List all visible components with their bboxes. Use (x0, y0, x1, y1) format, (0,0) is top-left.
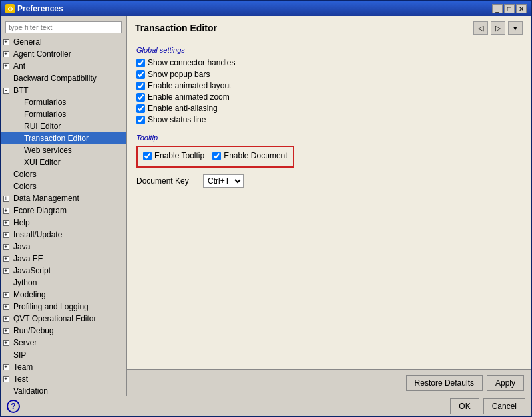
sidebar-item-label: QVT Operational Editor (12, 314, 97, 323)
sidebar-item-validation[interactable]: Validation (1, 385, 126, 396)
minimize-button[interactable]: _ (492, 4, 503, 13)
forward-button[interactable]: ▷ (491, 21, 505, 35)
checkbox-show-popup: Show popup bars (136, 70, 521, 79)
sidebar-item-run-debug[interactable]: + Run/Debug (1, 325, 126, 337)
sidebar-item-server[interactable]: + Server (1, 337, 126, 349)
sidebar-item-label: JavaScript (12, 266, 51, 275)
sidebar-item-java-ee[interactable]: + Java EE (1, 253, 126, 265)
close-button[interactable]: ✕ (516, 4, 527, 13)
sidebar-item-btt[interactable]: - BTT (1, 84, 126, 96)
filter-input[interactable] (5, 21, 122, 33)
expand-spacer (12, 121, 23, 132)
sidebar-item-label: Ecore Diagram (12, 206, 67, 215)
show-popup-checkbox[interactable] (136, 70, 145, 79)
sidebar-item-modeling[interactable]: + Modeling (1, 289, 126, 301)
ok-button[interactable]: OK (450, 398, 479, 414)
tooltip-section-label: Tooltip (136, 134, 521, 142)
main-content: + General + Agent Controller + Ant Backw… (1, 16, 531, 396)
enable-animated-layout-label: Enable animated layout (148, 81, 231, 90)
sidebar-item-qvt-operational[interactable]: + QVT Operational Editor (1, 313, 126, 325)
sidebar-item-label: Transaction Editor (23, 134, 89, 143)
sidebar-item-label: Help (12, 218, 30, 227)
status-bar: ? OK Cancel (1, 396, 531, 416)
window-icon: ⚙ (5, 4, 15, 13)
sidebar-item-label: Modeling (12, 290, 46, 299)
expand-spacer (12, 97, 23, 108)
checkbox-show-connector: Show connector handles (136, 58, 521, 67)
expand-icon: + (1, 37, 12, 47)
show-popup-label: Show popup bars (148, 70, 210, 79)
enable-tooltip-checkbox[interactable] (143, 152, 152, 160)
global-settings-label: Global settings (136, 46, 521, 54)
sidebar-item-ecore-diagram[interactable]: + Ecore Diagram (1, 204, 126, 217)
sidebar-item-label: Run/Debug (12, 326, 54, 335)
sidebar-item-web-services[interactable]: Web services (1, 144, 126, 156)
sidebar-item-jython[interactable]: Jython (1, 277, 126, 289)
sidebar-item-team[interactable]: + Team (1, 361, 126, 373)
sidebar-item-javascript[interactable]: + JavaScript (1, 265, 126, 277)
restore-defaults-button[interactable]: Restore Defaults (406, 375, 483, 391)
help-button[interactable]: ? (7, 400, 20, 413)
sidebar-item-label: Data Management (12, 194, 79, 203)
show-status-checkbox[interactable] (136, 116, 145, 124)
sidebar-item-sip[interactable]: SIP (1, 349, 126, 361)
expand-icon: + (1, 325, 12, 336)
ok-cancel-buttons: OK Cancel (450, 398, 525, 414)
sidebar-item-label: Ant (12, 61, 25, 71)
sidebar-item-formularios-1[interactable]: Formularios (1, 96, 126, 108)
sidebar-item-label: Server (12, 338, 37, 348)
sidebar-item-formularios-2[interactable]: Formularios (1, 108, 126, 120)
panel-title: Transaction Editor (135, 23, 217, 33)
sidebar-item-test[interactable]: + Test (1, 373, 126, 385)
window-controls: _ □ ✕ (492, 4, 527, 13)
menu-button[interactable]: ▾ (508, 21, 523, 35)
expand-icon: + (1, 49, 12, 59)
tooltip-inner-box: Enable Tooltip Enable Document (136, 146, 294, 168)
apply-button[interactable]: Apply (487, 375, 524, 391)
sidebar-item-transaction-editor[interactable]: Transaction Editor (1, 132, 126, 144)
checkbox-show-status: Show status line (136, 115, 521, 124)
enable-anti-aliasing-label: Enable anti-aliasing (148, 104, 218, 113)
maximize-button[interactable]: □ (504, 4, 515, 13)
sidebar-item-data-management[interactable]: + Data Management (1, 192, 126, 204)
expand-icon: + (1, 374, 12, 384)
expand-icon: + (1, 241, 12, 252)
sidebar-item-general[interactable]: + General (1, 36, 126, 48)
sidebar-item-label: Validation (12, 386, 48, 396)
expand-spacer (12, 145, 23, 156)
sidebar-item-colors-2[interactable]: Colors (1, 180, 126, 192)
back-button[interactable]: ◁ (473, 21, 488, 35)
sidebar-item-rui-editor[interactable]: RUI Editor (1, 120, 126, 132)
sidebar-item-help[interactable]: + Help (1, 217, 126, 229)
enable-anti-aliasing-checkbox[interactable] (136, 104, 145, 113)
checkbox-enable-animated-zoom: Enable animated zoom (136, 92, 521, 102)
right-panel: Transaction Editor ◁ ▷ ▾ Global settings… (127, 16, 531, 396)
sidebar-item-agent-controller[interactable]: + Agent Controller (1, 48, 126, 60)
sidebar-item-ant[interactable]: + Ant (1, 60, 126, 72)
sidebar-item-label: Team (12, 362, 33, 372)
show-connector-checkbox[interactable] (136, 59, 145, 67)
sidebar-item-label: Jython (12, 278, 37, 287)
sidebar-item-label: General (12, 37, 42, 47)
sidebar-item-xui-editor[interactable]: XUI Editor (1, 156, 126, 168)
enable-animated-layout-checkbox[interactable] (136, 82, 145, 90)
expand-icon: + (1, 253, 12, 264)
sidebar-item-java[interactable]: + Java (1, 241, 126, 253)
enable-animated-zoom-checkbox[interactable] (136, 93, 145, 102)
sidebar-item-label: BTT (12, 86, 29, 95)
expand-icon: + (1, 265, 12, 276)
sidebar-item-label: Test (12, 374, 28, 384)
sidebar-item-label: Web services (23, 146, 72, 155)
enable-document-checkbox[interactable] (212, 152, 221, 160)
sidebar-item-backward-compatibility[interactable]: Backward Compatibility (1, 72, 126, 84)
expand-icon: + (1, 217, 12, 228)
sidebar-item-install-update[interactable]: + Install/Update (1, 229, 126, 241)
sidebar-item-profiling-logging[interactable]: + Profiling and Logging (1, 301, 126, 313)
document-key-select[interactable]: Ctrl+T Ctrl+D F1 (203, 174, 244, 188)
document-key-row: Document Key Ctrl+T Ctrl+D F1 (136, 174, 521, 188)
nav-buttons: ◁ ▷ ▾ (473, 21, 523, 35)
cancel-button[interactable]: Cancel (483, 398, 525, 414)
expand-icon: + (1, 229, 12, 240)
expand-spacer (1, 169, 12, 180)
sidebar-item-colors-1[interactable]: Colors (1, 168, 126, 180)
